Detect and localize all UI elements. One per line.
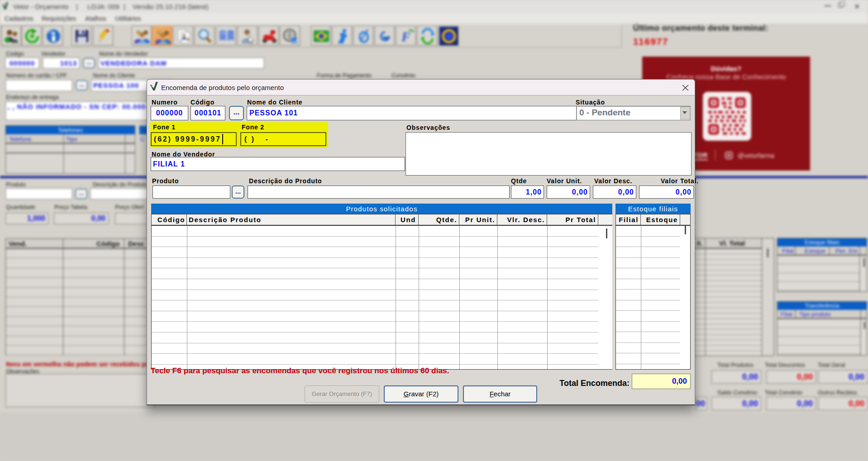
svg-text:F: F — [401, 29, 410, 44]
